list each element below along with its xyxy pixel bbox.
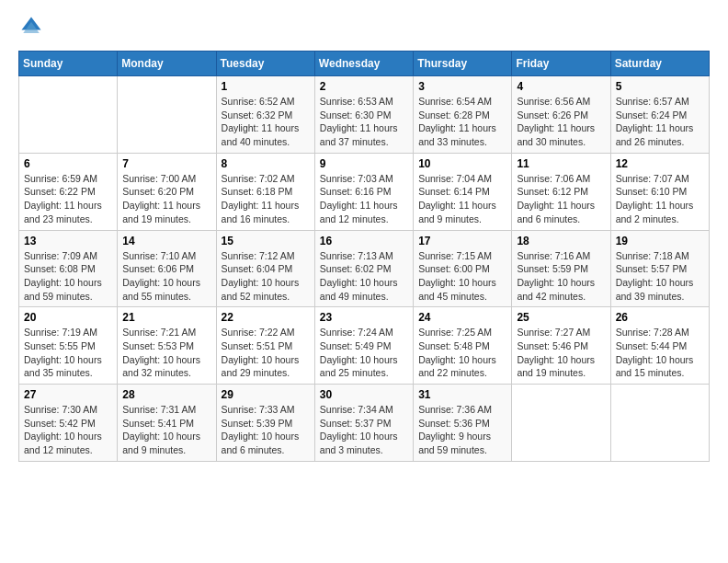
week-row-1: 1Sunrise: 6:52 AMSunset: 6:32 PMDaylight… bbox=[19, 76, 710, 154]
day-info: Sunrise: 7:21 AMSunset: 5:53 PMDaylight:… bbox=[122, 326, 210, 380]
day-number: 4 bbox=[517, 80, 605, 93]
day-info: Sunrise: 7:02 AMSunset: 6:18 PMDaylight:… bbox=[222, 172, 310, 226]
day-info: Sunrise: 6:59 AMSunset: 6:22 PMDaylight:… bbox=[24, 172, 112, 226]
day-number: 20 bbox=[24, 311, 112, 324]
day-cell: 25Sunrise: 7:27 AMSunset: 5:46 PMDayligh… bbox=[512, 307, 610, 385]
day-info: Sunrise: 7:09 AMSunset: 6:08 PMDaylight:… bbox=[24, 249, 112, 304]
day-cell bbox=[512, 385, 610, 462]
day-info: Sunrise: 7:34 AMSunset: 5:37 PMDaylight:… bbox=[320, 403, 408, 457]
day-info: Sunrise: 7:16 AMSunset: 5:59 PMDaylight:… bbox=[517, 249, 605, 304]
day-cell bbox=[610, 385, 709, 462]
day-cell: 3Sunrise: 6:54 AMSunset: 6:28 PMDaylight… bbox=[414, 76, 512, 154]
logo-icon bbox=[18, 14, 44, 40]
day-number: 14 bbox=[122, 235, 210, 247]
day-cell: 30Sunrise: 7:34 AMSunset: 5:37 PMDayligh… bbox=[314, 385, 413, 462]
day-cell: 6Sunrise: 6:59 AMSunset: 6:22 PMDaylight… bbox=[19, 153, 118, 230]
day-number: 23 bbox=[320, 311, 408, 324]
day-header-monday: Monday bbox=[118, 52, 216, 76]
day-info: Sunrise: 6:52 AMSunset: 6:32 PMDaylight:… bbox=[222, 95, 310, 149]
day-info: Sunrise: 7:04 AMSunset: 6:14 PMDaylight:… bbox=[418, 172, 506, 226]
day-cell: 22Sunrise: 7:22 AMSunset: 5:51 PMDayligh… bbox=[216, 307, 314, 385]
week-row-3: 13Sunrise: 7:09 AMSunset: 6:08 PMDayligh… bbox=[19, 230, 710, 307]
day-cell: 29Sunrise: 7:33 AMSunset: 5:39 PMDayligh… bbox=[216, 385, 314, 462]
day-cell bbox=[19, 76, 118, 154]
day-cell: 12Sunrise: 7:07 AMSunset: 6:10 PMDayligh… bbox=[610, 153, 709, 230]
day-number: 16 bbox=[320, 235, 408, 247]
week-row-2: 6Sunrise: 6:59 AMSunset: 6:22 PMDaylight… bbox=[19, 153, 710, 230]
day-cell: 26Sunrise: 7:28 AMSunset: 5:44 PMDayligh… bbox=[610, 307, 709, 385]
day-cell: 9Sunrise: 7:03 AMSunset: 6:16 PMDaylight… bbox=[314, 153, 413, 230]
day-number: 9 bbox=[320, 157, 408, 170]
day-info: Sunrise: 7:28 AMSunset: 5:44 PMDaylight:… bbox=[616, 326, 704, 380]
day-cell: 14Sunrise: 7:10 AMSunset: 6:06 PMDayligh… bbox=[118, 230, 216, 307]
day-info: Sunrise: 7:36 AMSunset: 5:36 PMDaylight:… bbox=[418, 403, 506, 457]
logo bbox=[18, 14, 48, 40]
day-cell: 8Sunrise: 7:02 AMSunset: 6:18 PMDaylight… bbox=[216, 153, 314, 230]
day-cell: 31Sunrise: 7:36 AMSunset: 5:36 PMDayligh… bbox=[414, 385, 512, 462]
day-info: Sunrise: 7:07 AMSunset: 6:10 PMDaylight:… bbox=[616, 172, 704, 226]
day-number: 28 bbox=[122, 388, 210, 401]
day-header-wednesday: Wednesday bbox=[314, 52, 413, 76]
day-info: Sunrise: 6:56 AMSunset: 6:26 PMDaylight:… bbox=[517, 95, 605, 149]
day-header-sunday: Sunday bbox=[19, 52, 118, 76]
day-info: Sunrise: 7:25 AMSunset: 5:48 PMDaylight:… bbox=[418, 326, 506, 380]
day-info: Sunrise: 7:24 AMSunset: 5:49 PMDaylight:… bbox=[320, 326, 408, 380]
day-info: Sunrise: 7:30 AMSunset: 5:42 PMDaylight:… bbox=[24, 403, 112, 457]
day-number: 25 bbox=[517, 311, 605, 324]
day-number: 24 bbox=[418, 311, 506, 324]
page: SundayMondayTuesdayWednesdayThursdayFrid… bbox=[0, 0, 728, 480]
day-info: Sunrise: 7:33 AMSunset: 5:39 PMDaylight:… bbox=[222, 403, 310, 457]
day-number: 5 bbox=[616, 80, 704, 93]
day-number: 30 bbox=[320, 388, 408, 401]
day-header-thursday: Thursday bbox=[414, 52, 512, 76]
day-header-friday: Friday bbox=[512, 52, 610, 76]
day-cell: 28Sunrise: 7:31 AMSunset: 5:41 PMDayligh… bbox=[118, 385, 216, 462]
day-number: 21 bbox=[122, 311, 210, 324]
calendar-body: 1Sunrise: 6:52 AMSunset: 6:32 PMDaylight… bbox=[19, 76, 710, 462]
day-cell: 18Sunrise: 7:16 AMSunset: 5:59 PMDayligh… bbox=[512, 230, 610, 307]
day-cell: 20Sunrise: 7:19 AMSunset: 5:55 PMDayligh… bbox=[19, 307, 118, 385]
day-cell: 17Sunrise: 7:15 AMSunset: 6:00 PMDayligh… bbox=[414, 230, 512, 307]
day-cell: 27Sunrise: 7:30 AMSunset: 5:42 PMDayligh… bbox=[19, 385, 118, 462]
day-number: 12 bbox=[616, 157, 704, 170]
day-number: 22 bbox=[222, 311, 310, 324]
day-info: Sunrise: 7:27 AMSunset: 5:46 PMDaylight:… bbox=[517, 326, 605, 380]
day-info: Sunrise: 7:18 AMSunset: 5:57 PMDaylight:… bbox=[616, 249, 704, 304]
day-number: 10 bbox=[418, 157, 506, 170]
day-cell: 2Sunrise: 6:53 AMSunset: 6:30 PMDaylight… bbox=[314, 76, 413, 154]
day-cell: 11Sunrise: 7:06 AMSunset: 6:12 PMDayligh… bbox=[512, 153, 610, 230]
day-number: 13 bbox=[24, 235, 112, 247]
day-number: 29 bbox=[222, 388, 310, 401]
day-cell: 10Sunrise: 7:04 AMSunset: 6:14 PMDayligh… bbox=[414, 153, 512, 230]
day-number: 17 bbox=[418, 235, 506, 247]
day-number: 1 bbox=[222, 80, 310, 93]
day-number: 8 bbox=[222, 157, 310, 170]
day-info: Sunrise: 7:15 AMSunset: 6:00 PMDaylight:… bbox=[418, 249, 506, 304]
day-cell: 16Sunrise: 7:13 AMSunset: 6:02 PMDayligh… bbox=[314, 230, 413, 307]
day-cell: 24Sunrise: 7:25 AMSunset: 5:48 PMDayligh… bbox=[414, 307, 512, 385]
day-cell: 13Sunrise: 7:09 AMSunset: 6:08 PMDayligh… bbox=[19, 230, 118, 307]
day-number: 26 bbox=[616, 311, 704, 324]
day-number: 19 bbox=[616, 235, 704, 247]
day-info: Sunrise: 7:31 AMSunset: 5:41 PMDaylight:… bbox=[122, 403, 210, 457]
day-cell: 5Sunrise: 6:57 AMSunset: 6:24 PMDaylight… bbox=[610, 76, 709, 154]
day-info: Sunrise: 7:10 AMSunset: 6:06 PMDaylight:… bbox=[122, 249, 210, 304]
day-number: 7 bbox=[122, 157, 210, 170]
day-cell: 19Sunrise: 7:18 AMSunset: 5:57 PMDayligh… bbox=[610, 230, 709, 307]
day-number: 31 bbox=[418, 388, 506, 401]
day-cell: 21Sunrise: 7:21 AMSunset: 5:53 PMDayligh… bbox=[118, 307, 216, 385]
day-number: 27 bbox=[24, 388, 112, 401]
day-cell bbox=[118, 76, 216, 154]
calendar-header: SundayMondayTuesdayWednesdayThursdayFrid… bbox=[19, 52, 710, 76]
day-info: Sunrise: 7:03 AMSunset: 6:16 PMDaylight:… bbox=[320, 172, 408, 226]
day-cell: 1Sunrise: 6:52 AMSunset: 6:32 PMDaylight… bbox=[216, 76, 314, 154]
day-info: Sunrise: 6:53 AMSunset: 6:30 PMDaylight:… bbox=[320, 95, 408, 149]
day-cell: 15Sunrise: 7:12 AMSunset: 6:04 PMDayligh… bbox=[216, 230, 314, 307]
day-number: 3 bbox=[418, 80, 506, 93]
day-info: Sunrise: 7:00 AMSunset: 6:20 PMDaylight:… bbox=[122, 172, 210, 226]
day-info: Sunrise: 7:06 AMSunset: 6:12 PMDaylight:… bbox=[517, 172, 605, 226]
day-number: 15 bbox=[222, 235, 310, 247]
header-row: SundayMondayTuesdayWednesdayThursdayFrid… bbox=[19, 52, 710, 76]
day-header-saturday: Saturday bbox=[610, 52, 709, 76]
day-number: 2 bbox=[320, 80, 408, 93]
